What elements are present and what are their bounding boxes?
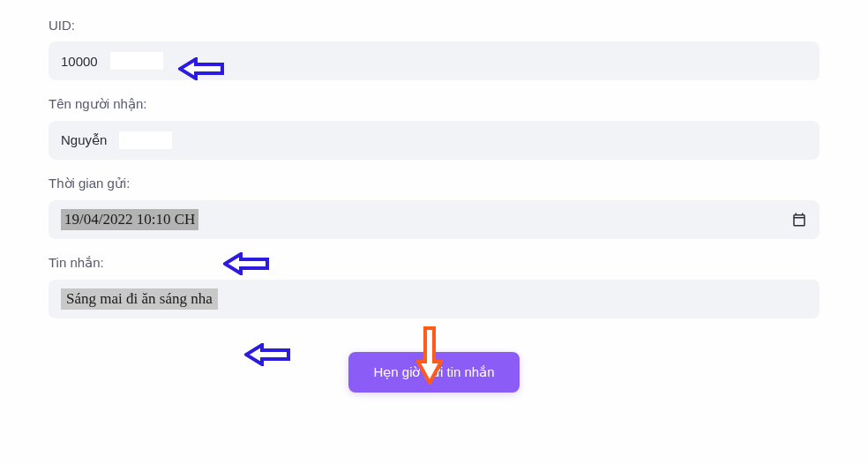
time-group: Thời gian gửi: 19/04/2022 10:10 CH: [49, 176, 819, 239]
message-group: Tin nhắn: Sáng mai đi ăn sáng nha: [49, 255, 819, 318]
schedule-button[interactable]: Hẹn giờ gửi tin nhắn: [348, 352, 519, 393]
uid-group: UID: 10000: [49, 18, 819, 80]
uid-label: UID:: [49, 18, 819, 33]
submit-row: Hẹn giờ gửi tin nhắn: [49, 352, 819, 393]
uid-input[interactable]: 10000: [49, 41, 819, 80]
time-input[interactable]: 19/04/2022 10:10 CH: [49, 200, 819, 239]
recipient-mask: [119, 131, 172, 149]
recipient-input[interactable]: Nguyễn: [49, 121, 819, 160]
message-input[interactable]: Sáng mai đi ăn sáng nha: [49, 280, 819, 318]
uid-value: 10000: [61, 54, 107, 69]
schedule-message-form: UID: 10000 Tên người nhận: Nguyễn Thời g…: [0, 0, 868, 410]
recipient-label: Tên người nhận:: [49, 96, 819, 112]
message-value: Sáng mai đi ăn sáng nha: [61, 288, 218, 310]
uid-mask: [110, 52, 163, 70]
time-label: Thời gian gửi:: [49, 176, 819, 191]
calendar-icon[interactable]: [791, 212, 807, 228]
message-label: Tin nhắn:: [49, 255, 819, 271]
recipient-value: Nguyễn: [61, 132, 116, 148]
time-value: 19/04/2022 10:10 CH: [61, 209, 198, 230]
recipient-group: Tên người nhận: Nguyễn: [49, 96, 819, 160]
